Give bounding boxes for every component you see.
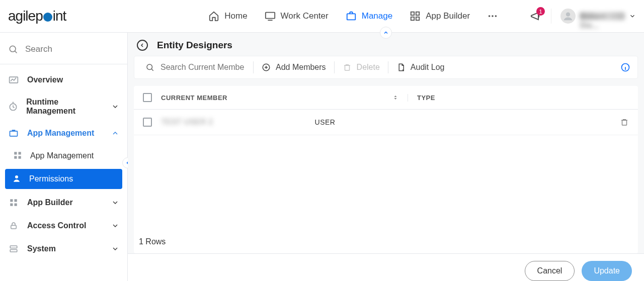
grid-header: CURRENT MEMBER TYPE: [134, 86, 638, 110]
sidebar-item-app-builder[interactable]: App Builder: [0, 191, 127, 214]
sidebar: Overview Runtime Management App Manageme…: [0, 33, 128, 281]
nav-work-center[interactable]: Work Center: [265, 11, 329, 22]
logo-text-suffix: int: [53, 8, 66, 24]
svg-rect-28: [345, 65, 349, 70]
sidebar-item-app-management[interactable]: App Management: [0, 122, 127, 145]
cancel-button[interactable]: Cancel: [525, 261, 575, 281]
sidebar-item-system[interactable]: System: [0, 237, 127, 260]
sidebar-item-label: Overview: [27, 75, 63, 84]
main-panel: Entity Designers Add Members: [128, 33, 644, 281]
members-toolbar: Add Members Delete Audit Log: [134, 56, 638, 79]
svg-rect-13: [10, 131, 18, 136]
page-title: Entity Designers: [157, 40, 232, 51]
svg-rect-3: [416, 12, 419, 15]
svg-rect-5: [416, 17, 419, 20]
stopwatch-icon: [8, 101, 18, 112]
logo-dot-icon: [43, 13, 52, 22]
row-delete-button[interactable]: [620, 118, 629, 127]
svg-rect-22: [15, 204, 17, 206]
svg-rect-19: [10, 199, 13, 202]
svg-rect-24: [10, 246, 17, 248]
toolbar-search-input[interactable]: [159, 62, 245, 72]
svg-rect-30: [622, 120, 626, 125]
sidebar-search-input[interactable]: [24, 44, 119, 55]
svg-point-26: [147, 64, 152, 70]
svg-rect-1: [347, 14, 355, 20]
cancel-label: Cancel: [537, 266, 562, 275]
svg-point-6: [489, 15, 491, 17]
svg-point-7: [492, 15, 494, 17]
chart-line-icon: [8, 74, 19, 85]
sidebar-item-runtime-management[interactable]: Runtime Management: [0, 91, 127, 122]
sort-icon[interactable]: [392, 94, 398, 101]
svg-rect-17: [19, 156, 21, 159]
delete-label: Delete: [357, 63, 380, 72]
svg-rect-14: [14, 152, 17, 154]
user-menu[interactable]: Robert Ste...: [560, 9, 636, 24]
sidebar-item-label: Access Control: [27, 221, 86, 230]
chevron-down-icon: [111, 199, 119, 207]
svg-rect-2: [411, 12, 414, 15]
chevron-down-icon: [629, 13, 636, 20]
nav-manage[interactable]: Manage: [346, 11, 392, 22]
svg-rect-4: [411, 17, 414, 20]
sidebar-item-overview[interactable]: Overview: [0, 68, 127, 91]
column-type[interactable]: TYPE: [408, 94, 629, 102]
brand-logo: agilep int: [8, 8, 66, 24]
toolbar-search[interactable]: [137, 56, 253, 78]
grid-icon: [13, 151, 23, 161]
panel-collapse-toggle[interactable]: [380, 27, 392, 39]
row-count: 1 Rows: [139, 237, 166, 246]
trash-icon: [343, 63, 352, 72]
sidebar-item-label: App Management: [27, 129, 94, 138]
info-button[interactable]: [620, 62, 634, 72]
chevron-down-icon: [111, 222, 119, 230]
delete-button[interactable]: Delete: [335, 56, 388, 78]
more-horizontal-icon: [487, 11, 498, 22]
logo-text-prefix: agilep: [8, 8, 43, 24]
nav-home[interactable]: Home: [208, 11, 247, 22]
row-checkbox[interactable]: [143, 118, 152, 127]
svg-rect-25: [10, 250, 17, 252]
back-button[interactable]: [137, 40, 148, 51]
update-button[interactable]: Update: [582, 261, 632, 281]
sidebar-item-label: App Builder: [27, 198, 73, 207]
sidebar-item-label: Runtime Management: [26, 98, 103, 116]
sidebar-nav: Overview Runtime Management App Manageme…: [0, 64, 127, 264]
sidebar-search[interactable]: [0, 37, 127, 64]
app-header: agilep int Home Work Center Manage: [0, 0, 644, 32]
svg-rect-16: [14, 156, 17, 159]
svg-rect-20: [15, 199, 17, 202]
sidebar-item-label: System: [27, 244, 56, 253]
sidebar-subitem-permissions[interactable]: Permissions: [5, 169, 122, 189]
lock-icon: [8, 220, 19, 231]
chevron-down-icon: [111, 245, 119, 253]
home-icon: [208, 11, 219, 22]
action-footer: Cancel Update: [128, 253, 644, 281]
svg-point-10: [10, 46, 16, 52]
svg-rect-21: [10, 204, 13, 206]
sidebar-item-access-control[interactable]: Access Control: [0, 214, 127, 237]
add-members-button[interactable]: Add Members: [254, 56, 334, 78]
type-cell: USER: [306, 118, 527, 126]
table-row[interactable]: TEST USER 2 USER: [134, 110, 638, 135]
audit-log-button[interactable]: Audit Log: [388, 56, 453, 78]
notifications-button[interactable]: 1: [530, 10, 542, 22]
server-icon: [8, 243, 19, 254]
notification-badge: 1: [536, 7, 545, 16]
primary-nav: Home Work Center Manage App Builder: [98, 11, 498, 22]
sidebar-subitem-app-management[interactable]: App Management: [0, 145, 127, 167]
nav-more[interactable]: [487, 11, 498, 22]
nav-app-builder[interactable]: App Builder: [410, 11, 470, 22]
column-header-label: CURRENT MEMBER: [161, 94, 227, 102]
search-icon: [145, 63, 154, 72]
svg-point-8: [495, 15, 497, 17]
user-display-name: Robert Ste...: [580, 12, 625, 20]
svg-point-18: [15, 175, 18, 178]
column-header-label: TYPE: [417, 94, 435, 102]
svg-rect-0: [265, 13, 274, 19]
select-all-checkbox[interactable]: [143, 93, 152, 102]
chevron-up-icon: [111, 129, 119, 137]
column-current-member[interactable]: CURRENT MEMBER: [143, 93, 408, 102]
briefcase-icon: [8, 128, 19, 139]
